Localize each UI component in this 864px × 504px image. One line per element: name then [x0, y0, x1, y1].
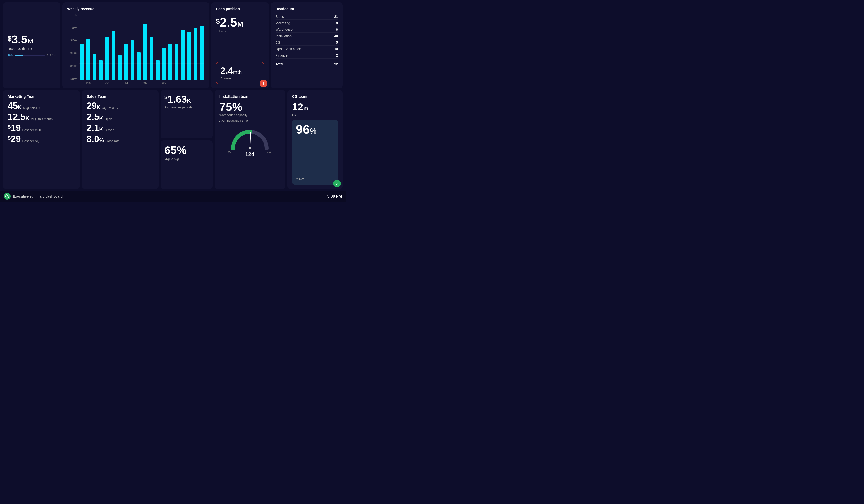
cash-amount: $2.5M: [216, 16, 264, 28]
bar-group: [130, 14, 135, 80]
runway-label: Runway: [220, 76, 260, 80]
bar-group: [187, 14, 192, 80]
headcount-row-cs: CS 5: [276, 39, 338, 46]
revenue-progress: 28% $12.1M: [8, 54, 56, 57]
csat-label: CSAT: [296, 178, 334, 181]
headcount-row-installation: Installation 40: [276, 33, 338, 39]
middle-column: $1.63K Avg. revenue per sale 65% MQL > S…: [160, 90, 213, 189]
avg-install-label: Avg. installation time: [219, 119, 280, 122]
cash-position-card: Cash position $2.5M in bank 2.4mth Runwa…: [211, 2, 269, 88]
installation-title: Installation team: [219, 95, 280, 99]
cs-frt: 12m: [292, 101, 338, 113]
revenue-amount: $3.5M: [8, 34, 56, 45]
check-icon: ✓: [333, 180, 341, 188]
bar-group: [79, 14, 84, 80]
bar-group: [199, 14, 204, 80]
sales-title: Sales Team: [87, 95, 154, 99]
cost-mql-metric: $19 Cost per MQL: [8, 123, 75, 132]
mql-fy-metric: 45K MQL this FY: [8, 101, 75, 110]
status-title: Executive summary dashboard: [13, 194, 63, 198]
gauge-container: 0d 30d 12d: [219, 126, 280, 157]
top-row: $3.5M Revenue this FY 28% $12.1M Weekly …: [3, 2, 343, 88]
headcount-row-warehouse: Warehouse 6: [276, 27, 338, 33]
mql-sql-card: 65% MQL > SQL: [160, 141, 213, 189]
closed-metric: 2.1K Closed: [87, 123, 154, 132]
x-axis: May Jun Jul Aug Sep: [67, 81, 204, 84]
y-axis: $250K $200K $150K $100K $50K $0: [67, 14, 79, 80]
bar-group: [136, 14, 141, 80]
csat-pct: 96%: [296, 123, 334, 136]
cost-sql-metric: $29 Cost per SQL: [8, 134, 75, 144]
installation-card: Installation team 75% Warehouse capacity…: [215, 90, 285, 189]
headcount-row-total: Total 92: [276, 60, 338, 67]
gauge-center-val: 12d: [245, 151, 254, 157]
status-time: 5:09 PM: [327, 194, 342, 199]
avg-amount: $1.63K: [164, 94, 209, 105]
bar-group: [117, 14, 122, 80]
close-rate-metric: 8.0% Close rate: [87, 134, 154, 144]
chart-area: $250K $200K $150K $100K $50K $0: [67, 14, 204, 84]
headcount-rows: Sales 21 Marketing 8 Warehouse 6 Install…: [276, 14, 338, 84]
progress-pct: 28%: [8, 54, 13, 57]
headcount-row-marketing: Marketing 8: [276, 20, 338, 26]
cash-position-title: Cash position: [216, 7, 264, 11]
alert-icon: !: [260, 80, 267, 87]
gauge-svg: [228, 126, 272, 150]
sales-card: Sales Team 29K SQL this FY 2.5K Open 2.1…: [82, 90, 159, 189]
revenue-card: $3.5M Revenue this FY 28% $12.1M: [3, 2, 60, 88]
progress-bar-bg: [15, 55, 45, 56]
bar-group: [92, 14, 97, 80]
logo-icon: [4, 193, 11, 200]
bottom-row: Marketing Team 45K MQL this FY 12.5K MQL…: [3, 90, 343, 189]
runway-box: 2.4mth Runway !: [216, 62, 264, 84]
runway-value: 2.4mth: [220, 66, 260, 76]
headcount-title: Headcount: [276, 7, 338, 11]
chart-inner: $250K $200K $150K $100K $50K $0: [67, 14, 204, 80]
weekly-revenue-title: Weekly revenue: [67, 7, 204, 11]
avg-label: Avg. revenue per sale: [164, 106, 209, 109]
bar-group: [142, 14, 147, 80]
cs-title: CS team: [292, 95, 338, 99]
capacity-value: 75%: [219, 101, 242, 113]
bar-group: [168, 14, 173, 80]
svg-point-1: [249, 147, 251, 149]
mql-month-metric: 12.5K MQL this month: [8, 112, 75, 121]
headcount-row-sales: Sales 21: [276, 14, 338, 20]
cash-sublabel: in bank: [216, 29, 264, 33]
bar-group: [180, 14, 185, 80]
bar-group: [174, 14, 179, 80]
svg-line-0: [250, 132, 251, 148]
revenue-label: Revenue this FY: [8, 47, 56, 51]
bar-group: [123, 14, 129, 80]
dashboard: $3.5M Revenue this FY 28% $12.1M Weekly …: [0, 0, 346, 191]
weekly-revenue-card: Weekly revenue $250K $200K $150K $100K $…: [62, 2, 209, 88]
cs-card: CS team 12m FRT 96% CSAT ✓: [287, 90, 343, 189]
marketing-title: Marketing Team: [8, 95, 75, 99]
bar-group: [193, 14, 198, 80]
bar-group: [111, 14, 116, 80]
headcount-card: Headcount Sales 21 Marketing 8 Warehouse…: [271, 2, 343, 88]
avg-sale-card: $1.63K Avg. revenue per sale: [160, 90, 213, 139]
progress-bar-fill: [15, 55, 23, 56]
cs-frt-label: FRT: [292, 113, 338, 117]
bar-group: [104, 14, 110, 80]
bar-group: [155, 14, 160, 80]
marketing-card: Marketing Team 45K MQL this FY 12.5K MQL…: [3, 90, 80, 189]
bars-container: [79, 14, 204, 80]
bar-group: [161, 14, 167, 80]
progress-target: $12.1M: [47, 54, 56, 57]
headcount-row-ops: Ops / Back office 10: [276, 46, 338, 52]
bar-group: [98, 14, 104, 80]
open-metric: 2.5K Open: [87, 112, 154, 121]
status-bar: Executive summary dashboard 5:09 PM: [0, 191, 346, 202]
bar-group: [148, 14, 154, 80]
mql-sql-label: MQL > SQL: [164, 157, 209, 160]
mql-sql-pct: 65%: [164, 144, 209, 157]
bar-group: [85, 14, 91, 80]
headcount-row-finance: Finance 2: [276, 52, 338, 59]
sql-fy-metric: 29K SQL this FY: [87, 101, 154, 110]
capacity-label: Warehouse capacity: [219, 113, 280, 117]
csat-box: 96% CSAT ✓: [292, 120, 338, 184]
